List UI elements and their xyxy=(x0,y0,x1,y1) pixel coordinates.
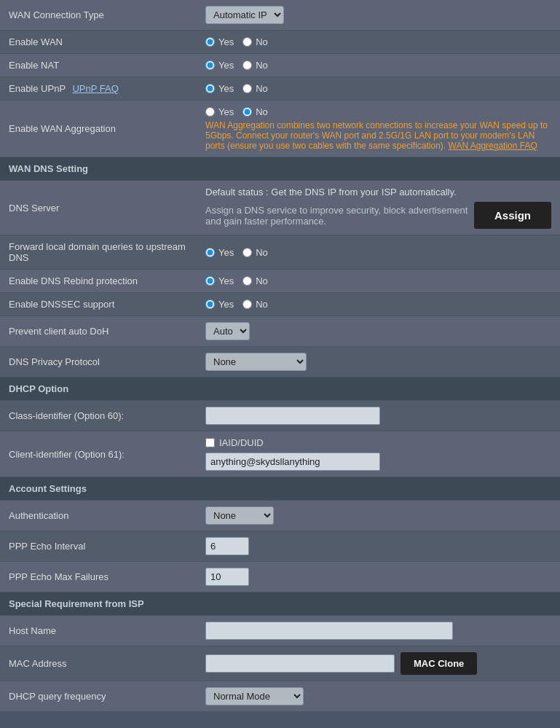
enable-wan-aggregation-yes-option[interactable]: Yes xyxy=(205,106,234,117)
enable-dnssec-row: Enable DNSSEC support Yes No xyxy=(0,293,560,316)
upnp-faq-link[interactable]: UPnP FAQ xyxy=(72,83,118,94)
enable-wan-aggregation-yes-label: Yes xyxy=(218,106,234,117)
enable-wan-aggregation-value: Yes No WAN Aggregation combines two netw… xyxy=(197,101,560,157)
class-id-input[interactable] xyxy=(205,407,380,425)
host-name-value xyxy=(197,616,560,646)
class-id-row: Class-identifier (Option 60): xyxy=(0,401,560,431)
enable-dnssec-value: Yes No xyxy=(197,293,560,316)
enable-dnssec-no-option[interactable]: No xyxy=(242,299,268,310)
authentication-select[interactable]: None PAP CHAP MS-CHAP xyxy=(205,506,274,525)
enable-wan-yes-option[interactable]: Yes xyxy=(205,36,234,47)
account-section-header: Account Settings xyxy=(0,477,560,501)
prevent-doh-value: Auto Off On xyxy=(197,316,560,347)
forward-local-no-option[interactable]: No xyxy=(242,247,268,258)
enable-wan-yes-radio[interactable] xyxy=(205,37,215,47)
enable-upnp-value: Yes No xyxy=(197,77,560,101)
enable-nat-value: Yes No xyxy=(197,54,560,77)
enable-wan-aggregation-row: Enable WAN Aggregation Yes No WAN Ag xyxy=(0,101,560,157)
class-id-value xyxy=(197,401,560,431)
special-section-header: Special Requirement from ISP xyxy=(0,592,560,616)
dhcp-query-frequency-row: DHCP query frequency Normal Mode Aggress… xyxy=(0,681,560,712)
forward-local-no-label: No xyxy=(256,247,268,258)
enable-nat-no-radio[interactable] xyxy=(242,60,252,70)
enable-dns-rebind-radio-group: Yes No xyxy=(205,275,551,286)
dns-server-label: DNS Server xyxy=(0,181,197,235)
wan-connection-type-value: Automatic IP xyxy=(197,0,560,31)
mac-address-input[interactable] xyxy=(205,654,395,673)
class-id-label: Class-identifier (Option 60): xyxy=(0,401,197,431)
enable-dns-rebind-no-option[interactable]: No xyxy=(242,275,268,286)
forward-local-yes-label: Yes xyxy=(218,247,234,258)
enable-nat-radio-group: Yes No xyxy=(205,60,551,71)
wan-dns-section-header: WAN DNS Setting xyxy=(0,157,560,181)
dhcp-query-frequency-select[interactable]: Normal Mode Aggressive Mode xyxy=(205,687,304,705)
authentication-row: Authentication None PAP CHAP MS-CHAP xyxy=(0,501,560,531)
enable-nat-yes-label: Yes xyxy=(218,60,234,71)
mac-address-value: MAC Clone xyxy=(197,646,560,681)
ppp-echo-max-label: PPP Echo Max Failures xyxy=(0,562,197,592)
account-section-label: Account Settings xyxy=(0,477,560,501)
assign-button[interactable]: Assign xyxy=(474,202,551,229)
prevent-doh-select[interactable]: Auto Off On xyxy=(205,322,250,340)
ppp-echo-max-input[interactable] xyxy=(205,568,249,586)
enable-upnp-label: Enable UPnP UPnP FAQ xyxy=(0,77,197,101)
dns-server-row: DNS Server Default status : Get the DNS … xyxy=(0,181,560,235)
enable-nat-no-option[interactable]: No xyxy=(242,60,268,71)
client-id-input[interactable] xyxy=(205,453,380,471)
forward-local-no-radio[interactable] xyxy=(242,248,252,257)
dns-server-value: Default status : Get the DNS IP from you… xyxy=(197,181,560,235)
client-id-label: Client-identifier (Option 61): xyxy=(0,431,197,477)
enable-dns-rebind-yes-option[interactable]: Yes xyxy=(205,275,234,286)
iaid-duid-text: IAID/DUID xyxy=(219,437,264,448)
dhcp-section-label: DHCP Option xyxy=(0,377,560,401)
enable-wan-aggregation-yes-radio[interactable] xyxy=(205,107,215,117)
enable-upnp-yes-radio[interactable] xyxy=(205,84,215,93)
enable-upnp-no-radio[interactable] xyxy=(242,84,252,93)
enable-dns-rebind-no-radio[interactable] xyxy=(242,276,252,286)
enable-nat-label: Enable NAT xyxy=(0,54,197,77)
ppp-echo-interval-input[interactable] xyxy=(205,537,249,555)
mac-address-label: MAC Address xyxy=(0,646,197,681)
enable-wan-aggregation-no-radio[interactable] xyxy=(242,107,252,117)
enable-upnp-yes-option[interactable]: Yes xyxy=(205,83,234,94)
enable-dns-rebind-yes-radio[interactable] xyxy=(205,276,215,286)
dns-default-status: Default status : Get the DNS IP from you… xyxy=(205,187,551,197)
dns-privacy-select[interactable]: None DNS-over-TLS DNS-over-HTTPS xyxy=(205,353,307,371)
iaid-duid-label[interactable]: IAID/DUID xyxy=(205,437,551,448)
enable-dns-rebind-no-label: No xyxy=(256,275,268,286)
enable-wan-row: Enable WAN Yes No xyxy=(0,31,560,54)
wan-connection-type-select[interactable]: Automatic IP xyxy=(205,6,284,24)
forward-local-yes-radio[interactable] xyxy=(205,248,215,257)
enable-nat-yes-radio[interactable] xyxy=(205,60,215,70)
enable-wan-value: Yes No xyxy=(197,31,560,54)
forward-local-yes-option[interactable]: Yes xyxy=(205,247,234,258)
ppp-echo-interval-value xyxy=(197,531,560,562)
dns-assign-row: Assign a DNS service to improve security… xyxy=(205,202,551,229)
mac-clone-button[interactable]: MAC Clone xyxy=(401,652,477,675)
enable-wan-no-radio[interactable] xyxy=(242,37,252,47)
enable-dnssec-label: Enable DNSSEC support xyxy=(0,293,197,316)
enable-upnp-no-option[interactable]: No xyxy=(242,83,268,94)
wan-aggregation-faq-link[interactable]: WAN Aggregation FAQ xyxy=(449,141,537,151)
ppp-echo-max-row: PPP Echo Max Failures xyxy=(0,562,560,592)
wan-connection-type-row: WAN Connection Type Automatic IP xyxy=(0,0,560,31)
ppp-echo-max-value xyxy=(197,562,560,592)
enable-dnssec-no-radio[interactable] xyxy=(242,300,252,309)
iaid-duid-checkbox[interactable] xyxy=(205,438,215,447)
enable-dns-rebind-yes-label: Yes xyxy=(218,275,234,286)
enable-nat-row: Enable NAT Yes No xyxy=(0,54,560,77)
dhcp-section-header: DHCP Option xyxy=(0,377,560,401)
enable-upnp-yes-label: Yes xyxy=(218,83,234,94)
dns-privacy-label: DNS Privacy Protocol xyxy=(0,347,197,377)
enable-wan-no-option[interactable]: No xyxy=(242,36,268,47)
enable-dnssec-yes-option[interactable]: Yes xyxy=(205,299,234,310)
wan-dns-section-label: WAN DNS Setting xyxy=(0,157,560,181)
enable-dns-rebind-label: Enable DNS Rebind protection xyxy=(0,270,197,293)
enable-wan-aggregation-radio-group: Yes No xyxy=(205,106,551,117)
enable-wan-aggregation-no-option[interactable]: No xyxy=(242,106,268,117)
prevent-doh-label: Prevent client auto DoH xyxy=(0,316,197,347)
enable-dnssec-yes-radio[interactable] xyxy=(205,300,215,309)
host-name-input[interactable] xyxy=(205,622,453,640)
enable-nat-no-label: No xyxy=(256,60,268,71)
enable-nat-yes-option[interactable]: Yes xyxy=(205,60,234,71)
